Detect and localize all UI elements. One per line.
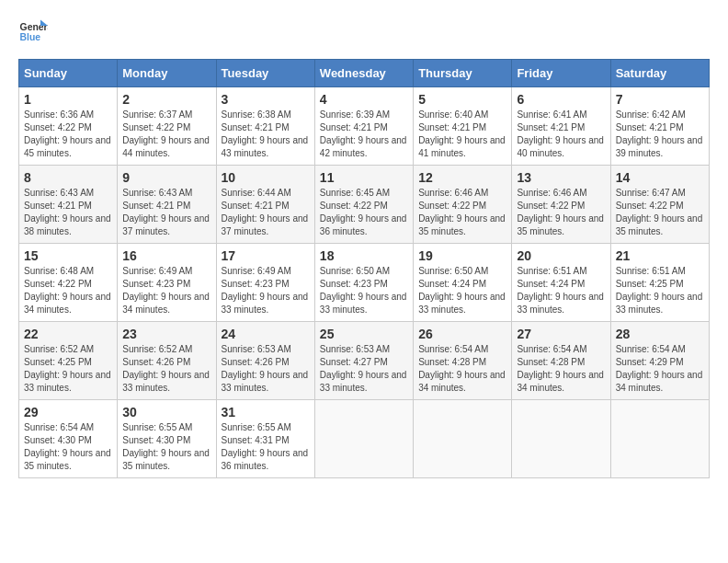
day-number: 21 bbox=[616, 248, 704, 263]
calendar-cell: 21 Sunrise: 6:51 AM Sunset: 4:25 PM Dayl… bbox=[610, 244, 709, 322]
calendar-cell: 18 Sunrise: 6:50 AM Sunset: 4:23 PM Dayl… bbox=[314, 244, 413, 322]
day-detail: Sunrise: 6:39 AM Sunset: 4:21 PM Dayligh… bbox=[320, 109, 408, 160]
day-detail: Sunrise: 6:52 AM Sunset: 4:26 PM Dayligh… bbox=[122, 343, 210, 395]
calendar-cell: 28 Sunrise: 6:54 AM Sunset: 4:29 PM Dayl… bbox=[610, 322, 709, 400]
calendar-cell bbox=[610, 400, 709, 478]
calendar-cell: 25 Sunrise: 6:53 AM Sunset: 4:27 PM Dayl… bbox=[314, 322, 413, 400]
day-detail: Sunrise: 6:51 AM Sunset: 4:25 PM Dayligh… bbox=[616, 265, 704, 316]
logo-icon: General Blue bbox=[18, 18, 48, 44]
day-number: 23 bbox=[122, 327, 210, 341]
day-detail: Sunrise: 6:48 AM Sunset: 4:22 PM Dayligh… bbox=[24, 265, 112, 316]
page-header: General Blue bbox=[18, 18, 710, 44]
calendar-cell bbox=[314, 400, 413, 478]
calendar-cell: 7 Sunrise: 6:42 AM Sunset: 4:21 PM Dayli… bbox=[610, 87, 709, 166]
day-detail: Sunrise: 6:55 AM Sunset: 4:30 PM Dayligh… bbox=[122, 421, 210, 473]
calendar-cell: 6 Sunrise: 6:41 AM Sunset: 4:21 PM Dayli… bbox=[512, 87, 610, 166]
calendar-cell: 4 Sunrise: 6:39 AM Sunset: 4:21 PM Dayli… bbox=[314, 87, 413, 166]
logo: General Blue bbox=[18, 18, 48, 44]
day-number: 16 bbox=[122, 248, 210, 263]
day-detail: Sunrise: 6:53 AM Sunset: 4:26 PM Dayligh… bbox=[222, 343, 310, 395]
day-number: 10 bbox=[222, 170, 310, 185]
day-detail: Sunrise: 6:54 AM Sunset: 4:29 PM Dayligh… bbox=[616, 343, 704, 395]
day-number: 15 bbox=[24, 248, 112, 263]
day-number: 20 bbox=[517, 248, 605, 263]
day-number: 5 bbox=[418, 92, 506, 107]
svg-text:Blue: Blue bbox=[20, 32, 41, 42]
day-detail: Sunrise: 6:46 AM Sunset: 4:22 PM Dayligh… bbox=[418, 187, 506, 238]
calendar-cell: 31 Sunrise: 6:55 AM Sunset: 4:31 PM Dayl… bbox=[216, 400, 314, 478]
day-number: 19 bbox=[418, 248, 506, 263]
day-number: 11 bbox=[320, 170, 408, 185]
day-number: 13 bbox=[517, 170, 605, 185]
calendar-cell: 27 Sunrise: 6:54 AM Sunset: 4:28 PM Dayl… bbox=[512, 322, 610, 400]
day-number: 31 bbox=[222, 405, 310, 419]
day-number: 30 bbox=[122, 405, 210, 419]
day-number: 14 bbox=[616, 170, 704, 185]
calendar-week-row: 1 Sunrise: 6:36 AM Sunset: 4:22 PM Dayli… bbox=[19, 87, 710, 166]
calendar-cell: 5 Sunrise: 6:40 AM Sunset: 4:21 PM Dayli… bbox=[414, 87, 512, 166]
day-number: 26 bbox=[418, 327, 506, 341]
calendar-cell: 24 Sunrise: 6:53 AM Sunset: 4:26 PM Dayl… bbox=[216, 322, 314, 400]
day-number: 4 bbox=[320, 92, 408, 107]
day-detail: Sunrise: 6:54 AM Sunset: 4:28 PM Dayligh… bbox=[517, 343, 605, 395]
day-detail: Sunrise: 6:37 AM Sunset: 4:22 PM Dayligh… bbox=[122, 109, 210, 160]
day-number: 18 bbox=[320, 248, 408, 263]
calendar-cell: 2 Sunrise: 6:37 AM Sunset: 4:22 PM Dayli… bbox=[118, 87, 216, 166]
calendar-table: SundayMondayTuesdayWednesdayThursdayFrid… bbox=[18, 59, 710, 478]
calendar-cell: 16 Sunrise: 6:49 AM Sunset: 4:23 PM Dayl… bbox=[118, 244, 216, 322]
calendar-cell: 14 Sunrise: 6:47 AM Sunset: 4:22 PM Dayl… bbox=[610, 166, 709, 244]
day-of-week-header: Saturday bbox=[610, 60, 709, 87]
day-of-week-header: Wednesday bbox=[314, 60, 413, 87]
day-detail: Sunrise: 6:36 AM Sunset: 4:22 PM Dayligh… bbox=[24, 109, 112, 160]
calendar-cell: 19 Sunrise: 6:50 AM Sunset: 4:24 PM Dayl… bbox=[414, 244, 512, 322]
day-number: 12 bbox=[418, 170, 506, 185]
calendar-header-row: SundayMondayTuesdayWednesdayThursdayFrid… bbox=[19, 60, 710, 87]
calendar-cell bbox=[414, 400, 512, 478]
day-detail: Sunrise: 6:54 AM Sunset: 4:28 PM Dayligh… bbox=[418, 343, 506, 395]
calendar-cell: 23 Sunrise: 6:52 AM Sunset: 4:26 PM Dayl… bbox=[118, 322, 216, 400]
day-number: 1 bbox=[24, 92, 112, 107]
day-of-week-header: Monday bbox=[118, 60, 216, 87]
calendar-cell bbox=[512, 400, 610, 478]
day-number: 3 bbox=[222, 92, 310, 107]
calendar-week-row: 15 Sunrise: 6:48 AM Sunset: 4:22 PM Dayl… bbox=[19, 244, 710, 322]
calendar-week-row: 22 Sunrise: 6:52 AM Sunset: 4:25 PM Dayl… bbox=[19, 322, 710, 400]
day-number: 9 bbox=[122, 170, 210, 185]
day-detail: Sunrise: 6:49 AM Sunset: 4:23 PM Dayligh… bbox=[122, 265, 210, 316]
day-number: 7 bbox=[616, 92, 704, 107]
calendar-cell: 20 Sunrise: 6:51 AM Sunset: 4:24 PM Dayl… bbox=[512, 244, 610, 322]
day-number: 25 bbox=[320, 327, 408, 341]
day-detail: Sunrise: 6:44 AM Sunset: 4:21 PM Dayligh… bbox=[222, 187, 310, 238]
calendar-week-row: 29 Sunrise: 6:54 AM Sunset: 4:30 PM Dayl… bbox=[19, 400, 710, 478]
day-number: 27 bbox=[517, 327, 605, 341]
day-of-week-header: Friday bbox=[512, 60, 610, 87]
day-number: 6 bbox=[517, 92, 605, 107]
day-number: 2 bbox=[122, 92, 210, 107]
calendar-cell: 17 Sunrise: 6:49 AM Sunset: 4:23 PM Dayl… bbox=[216, 244, 314, 322]
calendar-cell: 10 Sunrise: 6:44 AM Sunset: 4:21 PM Dayl… bbox=[216, 166, 314, 244]
calendar-cell: 1 Sunrise: 6:36 AM Sunset: 4:22 PM Dayli… bbox=[19, 87, 118, 166]
calendar-cell: 13 Sunrise: 6:46 AM Sunset: 4:22 PM Dayl… bbox=[512, 166, 610, 244]
day-detail: Sunrise: 6:47 AM Sunset: 4:22 PM Dayligh… bbox=[616, 187, 704, 238]
day-detail: Sunrise: 6:45 AM Sunset: 4:22 PM Dayligh… bbox=[320, 187, 408, 238]
day-detail: Sunrise: 6:41 AM Sunset: 4:21 PM Dayligh… bbox=[517, 109, 605, 160]
day-number: 28 bbox=[616, 327, 704, 341]
day-of-week-header: Tuesday bbox=[216, 60, 314, 87]
calendar-cell: 3 Sunrise: 6:38 AM Sunset: 4:21 PM Dayli… bbox=[216, 87, 314, 166]
calendar-cell: 26 Sunrise: 6:54 AM Sunset: 4:28 PM Dayl… bbox=[414, 322, 512, 400]
day-detail: Sunrise: 6:55 AM Sunset: 4:31 PM Dayligh… bbox=[222, 421, 310, 473]
day-detail: Sunrise: 6:49 AM Sunset: 4:23 PM Dayligh… bbox=[222, 265, 310, 316]
day-number: 24 bbox=[222, 327, 310, 341]
calendar-cell: 12 Sunrise: 6:46 AM Sunset: 4:22 PM Dayl… bbox=[414, 166, 512, 244]
day-detail: Sunrise: 6:50 AM Sunset: 4:23 PM Dayligh… bbox=[320, 265, 408, 316]
day-detail: Sunrise: 6:54 AM Sunset: 4:30 PM Dayligh… bbox=[24, 421, 112, 473]
day-detail: Sunrise: 6:50 AM Sunset: 4:24 PM Dayligh… bbox=[418, 265, 506, 316]
calendar-cell: 22 Sunrise: 6:52 AM Sunset: 4:25 PM Dayl… bbox=[19, 322, 118, 400]
day-number: 17 bbox=[222, 248, 310, 263]
day-detail: Sunrise: 6:42 AM Sunset: 4:21 PM Dayligh… bbox=[616, 109, 704, 160]
calendar-cell: 8 Sunrise: 6:43 AM Sunset: 4:21 PM Dayli… bbox=[19, 166, 118, 244]
day-detail: Sunrise: 6:43 AM Sunset: 4:21 PM Dayligh… bbox=[122, 187, 210, 238]
day-of-week-header: Thursday bbox=[414, 60, 512, 87]
calendar-cell: 30 Sunrise: 6:55 AM Sunset: 4:30 PM Dayl… bbox=[118, 400, 216, 478]
day-number: 29 bbox=[24, 405, 112, 419]
